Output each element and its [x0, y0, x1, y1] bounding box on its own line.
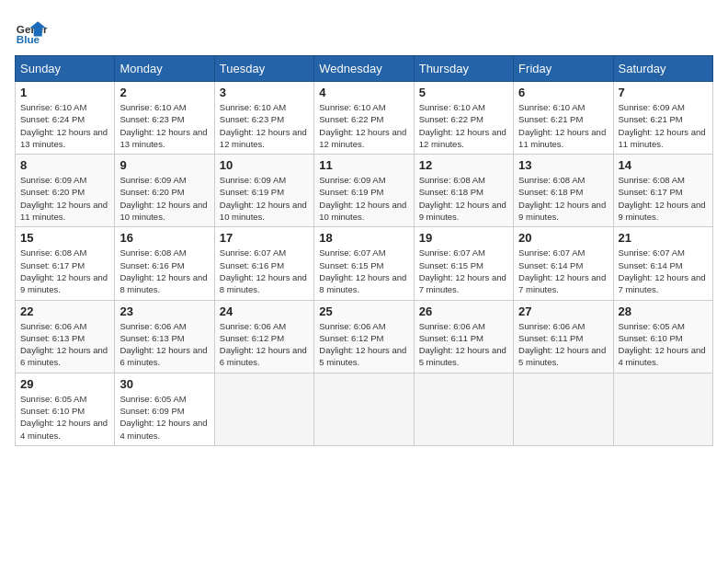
day-info: Sunrise: 6:10 AM Sunset: 6:23 PM Dayligh…: [220, 101, 309, 150]
header-friday: Friday: [514, 56, 613, 82]
calendar-week-3: 15 Sunrise: 6:08 AM Sunset: 6:17 PM Dayl…: [16, 227, 713, 300]
calendar-cell: 17 Sunrise: 6:07 AM Sunset: 6:16 PM Dayl…: [214, 227, 313, 300]
calendar-header-row: SundayMondayTuesdayWednesdayThursdayFrid…: [16, 56, 713, 82]
calendar-week-2: 8 Sunrise: 6:09 AM Sunset: 6:20 PM Dayli…: [16, 155, 713, 227]
day-number: 21: [619, 231, 708, 245]
day-number: 3: [220, 86, 309, 99]
day-number: 29: [20, 377, 109, 391]
calendar-cell: [613, 373, 712, 445]
calendar-cell: 19 Sunrise: 6:07 AM Sunset: 6:15 PM Dayl…: [414, 227, 513, 300]
day-number: 5: [419, 86, 508, 99]
calendar-cell: 18 Sunrise: 6:07 AM Sunset: 6:15 PM Dayl…: [314, 227, 414, 300]
day-info: Sunrise: 6:06 AM Sunset: 6:12 PM Dayligh…: [220, 320, 309, 369]
day-number: 9: [119, 158, 209, 172]
header-monday: Monday: [115, 56, 214, 82]
calendar-cell: 25 Sunrise: 6:06 AM Sunset: 6:12 PM Dayl…: [314, 300, 414, 373]
day-number: 25: [319, 304, 408, 318]
calendar-cell: 5 Sunrise: 6:10 AM Sunset: 6:22 PM Dayli…: [414, 82, 513, 155]
day-number: 12: [419, 158, 508, 172]
day-info: Sunrise: 6:07 AM Sunset: 6:16 PM Dayligh…: [220, 247, 309, 295]
calendar-cell: 10 Sunrise: 6:09 AM Sunset: 6:19 PM Dayl…: [214, 155, 313, 227]
day-number: 20: [518, 231, 608, 245]
calendar-cell: 8 Sunrise: 6:09 AM Sunset: 6:20 PM Dayli…: [16, 155, 115, 227]
day-info: Sunrise: 6:06 AM Sunset: 6:12 PM Dayligh…: [319, 320, 408, 369]
calendar-cell: 23 Sunrise: 6:06 AM Sunset: 6:13 PM Dayl…: [115, 300, 214, 373]
calendar-week-5: 29 Sunrise: 6:05 AM Sunset: 6:10 PM Dayl…: [16, 373, 713, 445]
calendar-table: SundayMondayTuesdayWednesdayThursdayFrid…: [15, 55, 713, 446]
calendar-week-4: 22 Sunrise: 6:06 AM Sunset: 6:13 PM Dayl…: [16, 300, 713, 373]
day-number: 19: [419, 231, 508, 245]
calendar-cell: 26 Sunrise: 6:06 AM Sunset: 6:11 PM Dayl…: [414, 300, 513, 373]
day-number: 13: [518, 158, 608, 172]
day-number: 4: [319, 86, 408, 99]
calendar-cell: 11 Sunrise: 6:09 AM Sunset: 6:19 PM Dayl…: [314, 155, 414, 227]
day-info: Sunrise: 6:08 AM Sunset: 6:17 PM Dayligh…: [20, 247, 109, 295]
day-info: Sunrise: 6:10 AM Sunset: 6:24 PM Dayligh…: [20, 101, 109, 150]
day-info: Sunrise: 6:10 AM Sunset: 6:23 PM Dayligh…: [119, 101, 209, 150]
calendar-cell: 24 Sunrise: 6:06 AM Sunset: 6:12 PM Dayl…: [214, 300, 313, 373]
day-info: Sunrise: 6:06 AM Sunset: 6:13 PM Dayligh…: [119, 320, 209, 369]
day-number: 30: [119, 377, 209, 391]
day-number: 23: [119, 304, 209, 318]
day-number: 15: [20, 231, 109, 245]
calendar-cell: 30 Sunrise: 6:05 AM Sunset: 6:09 PM Dayl…: [115, 373, 214, 445]
day-info: Sunrise: 6:07 AM Sunset: 6:15 PM Dayligh…: [319, 247, 408, 295]
day-info: Sunrise: 6:10 AM Sunset: 6:21 PM Dayligh…: [518, 101, 608, 150]
calendar-cell: [214, 373, 313, 445]
header-thursday: Thursday: [414, 56, 513, 82]
calendar-cell: 7 Sunrise: 6:09 AM Sunset: 6:21 PM Dayli…: [613, 82, 712, 155]
day-info: Sunrise: 6:05 AM Sunset: 6:10 PM Dayligh…: [20, 393, 109, 442]
calendar-cell: 4 Sunrise: 6:10 AM Sunset: 6:22 PM Dayli…: [314, 82, 414, 155]
day-number: 14: [619, 158, 708, 172]
day-info: Sunrise: 6:10 AM Sunset: 6:22 PM Dayligh…: [419, 101, 508, 150]
day-number: 16: [119, 231, 209, 245]
calendar-cell: 9 Sunrise: 6:09 AM Sunset: 6:20 PM Dayli…: [115, 155, 214, 227]
calendar-cell: 14 Sunrise: 6:08 AM Sunset: 6:17 PM Dayl…: [613, 155, 712, 227]
day-info: Sunrise: 6:07 AM Sunset: 6:15 PM Dayligh…: [419, 247, 508, 295]
calendar-cell: 2 Sunrise: 6:10 AM Sunset: 6:23 PM Dayli…: [115, 82, 214, 155]
calendar-cell: 6 Sunrise: 6:10 AM Sunset: 6:21 PM Dayli…: [514, 82, 613, 155]
logo-icon: General Blue: [15, 15, 48, 48]
calendar-cell: 13 Sunrise: 6:08 AM Sunset: 6:18 PM Dayl…: [514, 155, 613, 227]
day-info: Sunrise: 6:07 AM Sunset: 6:14 PM Dayligh…: [518, 247, 608, 295]
day-number: 7: [619, 86, 708, 99]
day-info: Sunrise: 6:08 AM Sunset: 6:17 PM Dayligh…: [619, 174, 708, 223]
day-number: 17: [220, 231, 309, 245]
page-header: General Blue: [15, 15, 713, 48]
calendar-cell: 16 Sunrise: 6:08 AM Sunset: 6:16 PM Dayl…: [115, 227, 214, 300]
day-info: Sunrise: 6:09 AM Sunset: 6:21 PM Dayligh…: [619, 101, 708, 150]
day-info: Sunrise: 6:08 AM Sunset: 6:16 PM Dayligh…: [119, 247, 209, 295]
day-info: Sunrise: 6:09 AM Sunset: 6:20 PM Dayligh…: [119, 174, 209, 223]
day-info: Sunrise: 6:09 AM Sunset: 6:19 PM Dayligh…: [220, 174, 309, 223]
day-number: 24: [220, 304, 309, 318]
calendar-week-1: 1 Sunrise: 6:10 AM Sunset: 6:24 PM Dayli…: [16, 82, 713, 155]
day-info: Sunrise: 6:09 AM Sunset: 6:19 PM Dayligh…: [319, 174, 408, 223]
calendar-cell: 29 Sunrise: 6:05 AM Sunset: 6:10 PM Dayl…: [16, 373, 115, 445]
header-saturday: Saturday: [613, 56, 712, 82]
calendar-cell: 3 Sunrise: 6:10 AM Sunset: 6:23 PM Dayli…: [214, 82, 313, 155]
day-number: 1: [20, 86, 109, 99]
calendar-cell: 12 Sunrise: 6:08 AM Sunset: 6:18 PM Dayl…: [414, 155, 513, 227]
day-number: 8: [20, 158, 109, 172]
day-number: 22: [20, 304, 109, 318]
day-number: 6: [518, 86, 608, 99]
calendar-cell: 27 Sunrise: 6:06 AM Sunset: 6:11 PM Dayl…: [514, 300, 613, 373]
day-number: 18: [319, 231, 408, 245]
day-info: Sunrise: 6:05 AM Sunset: 6:09 PM Dayligh…: [119, 393, 209, 442]
calendar-cell: 1 Sunrise: 6:10 AM Sunset: 6:24 PM Dayli…: [16, 82, 115, 155]
header-sunday: Sunday: [16, 56, 115, 82]
day-info: Sunrise: 6:05 AM Sunset: 6:10 PM Dayligh…: [619, 320, 708, 369]
day-number: 28: [619, 304, 708, 318]
day-info: Sunrise: 6:08 AM Sunset: 6:18 PM Dayligh…: [419, 174, 508, 223]
logo: General Blue: [15, 15, 48, 48]
calendar-cell: [414, 373, 513, 445]
day-info: Sunrise: 6:10 AM Sunset: 6:22 PM Dayligh…: [319, 101, 408, 150]
calendar-cell: 28 Sunrise: 6:05 AM Sunset: 6:10 PM Dayl…: [613, 300, 712, 373]
calendar-cell: 15 Sunrise: 6:08 AM Sunset: 6:17 PM Dayl…: [16, 227, 115, 300]
day-number: 27: [518, 304, 608, 318]
day-number: 26: [419, 304, 508, 318]
day-number: 11: [319, 158, 408, 172]
day-info: Sunrise: 6:09 AM Sunset: 6:20 PM Dayligh…: [20, 174, 109, 223]
calendar-cell: 20 Sunrise: 6:07 AM Sunset: 6:14 PM Dayl…: [514, 227, 613, 300]
header-wednesday: Wednesday: [314, 56, 414, 82]
